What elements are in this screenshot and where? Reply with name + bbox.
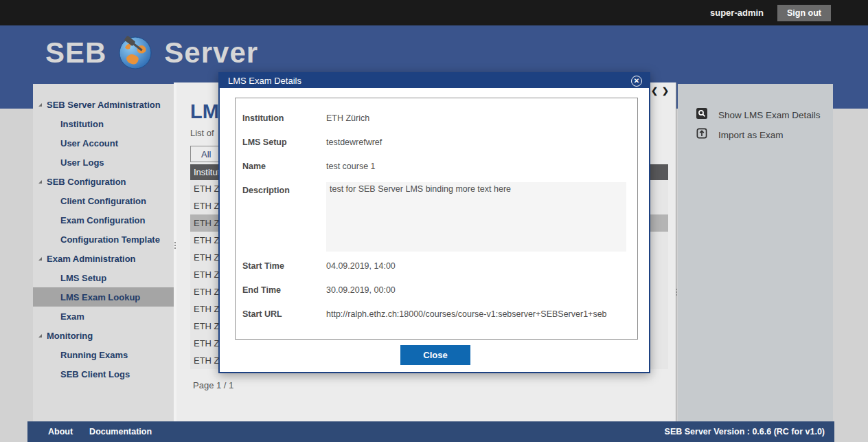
sidebar-item-seb-server-administration[interactable]: SEB Server Administration — [33, 95, 174, 114]
field-label-lms-setup: LMS Setup — [242, 137, 287, 147]
expand-triangle-icon[interactable] — [38, 103, 42, 107]
field-value-lms-setup: testdewrefwref — [326, 137, 382, 147]
app-logo: SEB Ser — [45, 34, 258, 72]
sidebar-item-seb-configuration[interactable]: SEB Configuration — [33, 172, 174, 191]
sidebar-item-label: Monitoring — [47, 331, 93, 341]
sidebar-item-exam-administration[interactable]: Exam Administration — [33, 249, 174, 268]
sidebar-item-label: LMS Exam Lookup — [60, 292, 140, 302]
sidebar-item-lms-setup[interactable]: LMS Setup — [33, 268, 174, 287]
field-label-institution: Institution — [242, 113, 284, 123]
sidebar-item-exam[interactable]: Exam — [33, 307, 174, 326]
app-screen: super-admin Sign out SEB — [0, 0, 868, 442]
field-label-name: Name — [242, 162, 266, 171]
sidebar-item-label: SEB Server Administration — [47, 100, 161, 110]
footer-link-documentation[interactable]: Documentation — [89, 427, 152, 437]
dialog-fieldset: Institution ETH Zürich LMS Setup testdew… — [235, 98, 638, 340]
action-label: Show LMS Exam Details — [718, 110, 821, 120]
sidebar-item-label: Configuration Template — [60, 234, 160, 245]
action-panel-resize-handle[interactable] — [676, 289, 677, 290]
sidebar-item-exam-configuration[interactable]: Exam Configuration — [33, 210, 174, 230]
field-value-description: test for SEB Server LMS binding more tex… — [326, 182, 626, 252]
sign-out-button[interactable]: Sign out — [777, 5, 831, 21]
logo-seb-text: SEB — [45, 36, 106, 69]
field-value-start-time: 04.09.2019, 14:00 — [326, 261, 396, 271]
sidebar-item-monitoring[interactable]: Monitoring — [33, 326, 174, 345]
current-user-label: super-admin — [710, 8, 764, 18]
field-label-description: Description — [242, 186, 290, 195]
action-pane: Show LMS Exam Details Import as Exam — [678, 84, 833, 421]
panel-collapse-controls: ❮ ❯ — [651, 86, 669, 96]
sash-dots-icon — [174, 242, 176, 243]
dialog-titlebar: LMS Exam Details ✕ — [220, 74, 649, 88]
sidebar-item-label: User Account — [60, 138, 118, 148]
logo-server-text: Server — [164, 36, 258, 69]
field-label-start-url: Start URL — [242, 309, 282, 319]
dialog-close-icon[interactable]: ✕ — [631, 76, 642, 87]
expand-triangle-icon[interactable] — [38, 257, 42, 261]
sidebar-item-user-account[interactable]: User Account — [33, 133, 174, 153]
field-value-name: test course 1 — [326, 162, 376, 171]
action-show-lms-exam-details[interactable]: Show LMS Exam Details — [696, 108, 821, 122]
field-value-institution: ETH Zürich — [326, 113, 369, 123]
sidebar-item-lms-exam-lookup[interactable]: LMS Exam Lookup — [33, 287, 174, 307]
top-bar: super-admin Sign out — [0, 0, 868, 25]
field-label-start-time: Start Time — [242, 261, 284, 271]
sidebar-item-label: Exam — [60, 311, 84, 322]
field-label-end-time: End Time — [242, 285, 281, 295]
sidebar-item-label: Institution — [60, 119, 104, 129]
dialog-close-button[interactable]: Close — [400, 345, 470, 365]
page-subtitle: List of — [190, 128, 214, 138]
sidebar-item-institution[interactable]: Institution — [33, 114, 174, 133]
lms-exam-details-dialog: LMS Exam Details ✕ Institution ETH Züric… — [218, 72, 650, 373]
sidebar-nav: SEB Server AdministrationInstitutionUser… — [33, 84, 174, 421]
sidebar-item-client-configuration[interactable]: Client Configuration — [33, 191, 174, 210]
magnifier-icon — [696, 108, 707, 122]
pagination-label: Page 1 / 1 — [193, 380, 233, 390]
sidebar-item-label: Exam Administration — [47, 254, 136, 264]
sidebar-item-label: LMS Setup — [60, 273, 106, 283]
sidebar-item-label: SEB Configuration — [47, 177, 126, 187]
dialog-title: LMS Exam Details — [228, 76, 301, 86]
field-value-start-url: http://ralph.ethz.ch:18000/courses/cours… — [326, 309, 607, 319]
sidebar-item-label: SEB Client Logs — [60, 369, 130, 379]
sidebar-item-running-exams[interactable]: Running Exams — [33, 345, 174, 364]
sidebar-item-user-logs[interactable]: User Logs — [33, 153, 174, 172]
footer-link-about[interactable]: About — [48, 427, 73, 437]
footer-bar: About Documentation SEB Server Version :… — [27, 421, 834, 442]
sidebar-item-label: Running Exams — [60, 350, 128, 360]
expand-triangle-icon[interactable] — [38, 334, 42, 338]
action-label: Import as Exam — [718, 130, 784, 140]
sidebar-item-configuration-template[interactable]: Configuration Template — [33, 230, 174, 249]
field-value-end-time: 30.09.2019, 00:00 — [326, 285, 396, 295]
sidebar-item-label: Exam Configuration — [60, 215, 146, 225]
sidebar-item-seb-client-logs[interactable]: SEB Client Logs — [33, 364, 174, 384]
server-version-label: SEB Server Version : 0.6.6 (RC for v1.0) — [665, 427, 834, 437]
expand-triangle-icon[interactable] — [38, 180, 42, 184]
expand-right-icon[interactable]: ❯ — [662, 86, 669, 96]
seb-server-globe-icon — [117, 34, 153, 72]
action-import-as-exam[interactable]: Import as Exam — [696, 128, 784, 142]
collapse-left-icon[interactable]: ❮ — [651, 86, 658, 96]
sidebar-item-label: User Logs — [60, 157, 104, 168]
sidebar-item-label: Client Configuration — [60, 196, 146, 206]
footer-links: About Documentation — [27, 427, 152, 437]
import-icon — [696, 128, 707, 142]
